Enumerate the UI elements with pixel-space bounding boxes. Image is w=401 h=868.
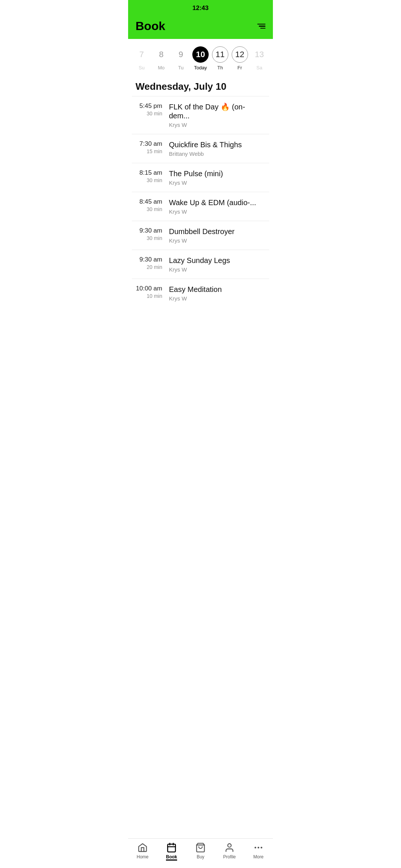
class-instructor-6: Krys W (169, 295, 265, 302)
class-duration-2: 30 min (147, 177, 162, 183)
class-name-0: FLK of the Day 🔥 (on-dem... (169, 102, 265, 120)
day-label-9: Tu (178, 65, 184, 70)
class-name-5: Lazy Sunday Legs (169, 256, 265, 265)
class-time-block-4: 9:30 am30 min (136, 227, 169, 241)
class-name-3: Wake Up & EDM (audio-... (169, 198, 265, 207)
calendar-strip: 7Su8Mo9Tu10Today11Th12Fr13Sa (128, 39, 273, 74)
class-name-2: The Pulse (mini) (169, 169, 265, 178)
class-time-5: 9:30 am (140, 256, 162, 263)
class-info-6: Easy MeditationKrys W (169, 285, 265, 302)
day-number-13: 13 (251, 46, 267, 63)
class-time-block-0: 5:45 pm30 min (136, 102, 169, 116)
class-time-block-6: 10:00 am10 min (136, 285, 169, 299)
class-name-6: Easy Meditation (169, 285, 265, 294)
day-number-10: 10 (192, 46, 209, 63)
class-duration-5: 20 min (147, 264, 162, 270)
calendar-day-8[interactable]: 8Mo (153, 46, 169, 70)
class-item-0[interactable]: 5:45 pm30 minFLK of the Day 🔥 (on-dem...… (132, 96, 269, 134)
class-time-block-5: 9:30 am20 min (136, 256, 169, 270)
date-heading: Wednesday, July 10 (128, 74, 273, 96)
class-time-3: 8:45 am (140, 198, 162, 206)
day-number-11: 11 (212, 46, 228, 63)
day-label-10: Today (194, 65, 207, 70)
class-duration-1: 15 min (147, 148, 162, 154)
status-bar: 12:43 (128, 0, 273, 16)
class-time-4: 9:30 am (140, 227, 162, 234)
class-info-3: Wake Up & EDM (audio-...Krys W (169, 198, 265, 215)
class-time-block-1: 7:30 am15 min (136, 140, 169, 154)
class-item-3[interactable]: 8:45 am30 minWake Up & EDM (audio-...Kry… (132, 192, 269, 221)
calendar-day-9[interactable]: 9Tu (173, 46, 189, 70)
class-duration-3: 30 min (147, 206, 162, 212)
day-number-12: 12 (232, 46, 248, 63)
class-item-6[interactable]: 10:00 am10 minEasy MeditationKrys W (132, 279, 269, 308)
calendar-day-10[interactable]: 10Today (192, 46, 209, 70)
day-label-11: Th (217, 65, 223, 70)
class-time-block-2: 8:15 am30 min (136, 169, 169, 183)
class-info-5: Lazy Sunday LegsKrys W (169, 256, 265, 273)
day-number-9: 9 (173, 46, 189, 63)
class-item-4[interactable]: 9:30 am30 minDumbbell DestroyerKrys W (132, 221, 269, 250)
calendar-day-11[interactable]: 11Th (212, 46, 228, 70)
class-info-0: FLK of the Day 🔥 (on-dem...Krys W (169, 102, 265, 128)
class-item-1[interactable]: 7:30 am15 minQuickfire Bis & ThighsBritt… (132, 134, 269, 163)
class-info-1: Quickfire Bis & ThighsBrittany Webb (169, 140, 265, 157)
day-number-8: 8 (153, 46, 169, 63)
day-label-8: Mo (158, 65, 164, 70)
header: Book (128, 16, 273, 39)
class-list: 5:45 pm30 minFLK of the Day 🔥 (on-dem...… (128, 96, 273, 308)
class-time-6: 10:00 am (136, 285, 162, 292)
day-label-13: Sa (257, 65, 263, 70)
class-time-1: 7:30 am (140, 140, 162, 148)
class-instructor-2: Krys W (169, 180, 265, 186)
class-instructor-4: Krys W (169, 237, 265, 244)
filter-button[interactable] (257, 24, 265, 29)
day-label-12: Fr (238, 65, 242, 70)
class-time-block-3: 8:45 am30 min (136, 198, 169, 212)
class-instructor-3: Krys W (169, 208, 265, 215)
page-title: Book (136, 19, 165, 33)
class-instructor-0: Krys W (169, 122, 265, 128)
status-time: 12:43 (192, 4, 208, 12)
calendar-day-13[interactable]: 13Sa (251, 46, 267, 70)
class-instructor-5: Krys W (169, 266, 265, 273)
class-info-4: Dumbbell DestroyerKrys W (169, 227, 265, 244)
class-time-0: 5:45 pm (140, 102, 162, 110)
class-duration-6: 10 min (147, 293, 162, 299)
content-area: 7Su8Mo9Tu10Today11Th12Fr13Sa Wednesday, … (128, 39, 273, 341)
class-item-2[interactable]: 8:15 am30 minThe Pulse (mini)Krys W (132, 163, 269, 192)
class-info-2: The Pulse (mini)Krys W (169, 169, 265, 186)
day-number-7: 7 (133, 46, 150, 63)
calendar-day-12[interactable]: 12Fr (232, 46, 248, 70)
class-time-2: 8:15 am (140, 169, 162, 177)
class-item-5[interactable]: 9:30 am20 minLazy Sunday LegsKrys W (132, 250, 269, 279)
class-name-1: Quickfire Bis & Thighs (169, 140, 265, 149)
class-instructor-1: Brittany Webb (169, 151, 265, 157)
day-label-7: Su (138, 65, 144, 70)
class-duration-4: 30 min (147, 235, 162, 241)
class-duration-0: 30 min (147, 111, 162, 116)
class-name-4: Dumbbell Destroyer (169, 227, 265, 236)
calendar-day-7[interactable]: 7Su (133, 46, 150, 70)
